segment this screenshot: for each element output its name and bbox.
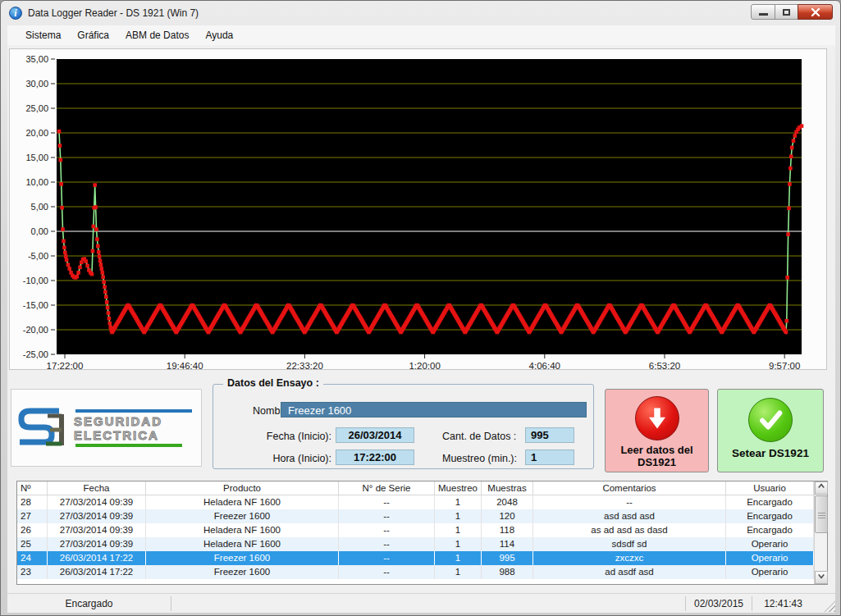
setear-label: Setear DS1921 <box>718 447 823 459</box>
table-cell[interactable]: 2048 <box>482 495 533 509</box>
table-cell[interactable]: Encargado <box>726 523 814 537</box>
menu-item-ayuda[interactable]: Ayuda <box>197 27 241 43</box>
table-row[interactable]: 2426/03/2014 17:22Freezer 1600--1995zxcz… <box>17 551 814 565</box>
company-logo: SEGURIDAD ELECTRICA <box>11 389 202 467</box>
table-cell[interactable]: 114 <box>482 537 533 551</box>
hora-field[interactable]: 17:22:00 <box>336 449 414 465</box>
table-cell[interactable]: -- <box>339 523 435 537</box>
y-axis-label: 5,00 <box>31 202 48 212</box>
table-cell[interactable]: Operario <box>726 537 814 551</box>
x-axis-label: 1:20:00 <box>409 361 440 369</box>
table-cell[interactable]: 23 <box>17 565 48 579</box>
column-header-usuario[interactable]: Usuario <box>726 481 814 495</box>
table-scrollbar[interactable] <box>814 481 827 584</box>
muestreo-label: Muestreo (min.): <box>442 453 524 464</box>
table-cell[interactable]: 1 <box>435 537 482 551</box>
table-cell[interactable]: 26/03/2014 17:22 <box>48 565 146 579</box>
table-cell[interactable]: -- <box>533 495 726 509</box>
table-cell[interactable]: Heladera NF 1600 <box>146 495 339 509</box>
table-cell[interactable]: 27/03/2014 09:39 <box>48 495 146 509</box>
x-axis-label: 9:57:00 <box>769 361 800 369</box>
table-cell[interactable]: asd asd asd <box>533 509 726 523</box>
table-cell[interactable]: 27 <box>17 509 48 523</box>
resize-grip[interactable] <box>824 600 835 612</box>
table-cell[interactable]: -- <box>339 495 435 509</box>
menu-bar: SistemaGráficaABM de DatosAyuda <box>7 25 835 45</box>
table-cell[interactable]: sdsdf sd <box>533 537 726 551</box>
table-row[interactable]: 2827/03/2014 09:39Heladera NF 1600--1204… <box>17 495 814 509</box>
table-cell[interactable]: 27/03/2014 09:39 <box>48 537 146 551</box>
table-cell[interactable]: -- <box>339 509 435 523</box>
table-cell[interactable]: 28 <box>17 495 48 509</box>
table-cell[interactable]: Encargado <box>726 509 814 523</box>
y-axis-label: 30,00 <box>25 79 48 89</box>
scrollbar-grip <box>818 513 825 513</box>
fecha-label: Fecha (Inicio): <box>248 431 331 442</box>
setear-button[interactable]: Setear DS1921 <box>717 389 824 472</box>
table-row[interactable]: 2527/03/2014 09:39Heladera NF 1600--1114… <box>17 537 814 551</box>
muestreo-field[interactable]: 1 <box>525 449 574 465</box>
scroll-down-button[interactable] <box>815 571 828 584</box>
column-header-n-[interactable]: Nº <box>17 481 48 495</box>
table-cell[interactable]: 26 <box>17 523 48 537</box>
title-bar[interactable]: i Data Logger Reader - DS 1921 (Win 7) <box>1 1 840 25</box>
column-header-muestreo[interactable]: Muestreo <box>435 481 482 495</box>
table-cell[interactable]: as ad asd as dasd <box>533 523 726 537</box>
menu-item-gráfica[interactable]: Gráfica <box>69 27 117 43</box>
table-row[interactable]: 2727/03/2014 09:39Freezer 1600--1120asd … <box>17 509 814 523</box>
client-area: 35,0030,0025,0020,0015,0010,005,000,00-5… <box>7 45 835 613</box>
table-cell[interactable]: 1 <box>435 509 482 523</box>
table-cell[interactable]: 1 <box>435 495 482 509</box>
scrollbar-thumb[interactable] <box>815 495 828 533</box>
table-cell[interactable]: 995 <box>482 551 533 565</box>
table-cell[interactable]: Freezer 1600 <box>146 565 339 579</box>
table-cell[interactable]: Operario <box>726 565 814 579</box>
maximize-button[interactable] <box>775 4 798 20</box>
cant-datos-label: Cant. de Datos : <box>442 431 524 442</box>
column-header-n-de-serie[interactable]: N° de Serie <box>339 481 435 495</box>
table-cell[interactable]: Heladera NF 1600 <box>146 537 339 551</box>
table-cell[interactable]: 1 <box>435 523 482 537</box>
table-cell[interactable]: -- <box>339 565 435 579</box>
leer-datos-button[interactable]: Leer datos del DS1921 <box>605 389 709 472</box>
table-cell[interactable]: 24 <box>17 551 48 565</box>
table-cell[interactable]: 1 <box>435 551 482 565</box>
menu-item-sistema[interactable]: Sistema <box>17 27 69 43</box>
x-axis-label: 6:53:20 <box>649 361 680 369</box>
y-axis-label: 15,00 <box>25 153 48 162</box>
table-cell[interactable]: ad asdf asd <box>533 565 726 579</box>
table-cell[interactable]: 26/03/2014 17:22 <box>48 551 146 565</box>
table-cell[interactable]: -- <box>339 551 435 565</box>
table-cell[interactable]: zxczxc <box>533 551 726 565</box>
table-cell[interactable]: Freezer 1600 <box>146 551 339 565</box>
table-cell[interactable]: Heladera NF 1600 <box>146 523 339 537</box>
menu-item-abm-de-datos[interactable]: ABM de Datos <box>117 27 197 43</box>
column-header-fecha[interactable]: Fecha <box>48 481 146 495</box>
x-axis-label: 17:22:00 <box>47 361 84 369</box>
column-header-comentarios[interactable]: Comentarios <box>533 481 726 495</box>
y-axis-label: -20,00 <box>23 325 48 335</box>
fecha-field[interactable]: 26/03/2014 <box>336 427 414 443</box>
table-cell[interactable]: Encargado <box>726 495 814 509</box>
table-cell[interactable]: -- <box>339 537 435 551</box>
table-cell[interactable]: 118 <box>482 523 533 537</box>
table-cell[interactable]: Operario <box>726 551 814 565</box>
column-header-producto[interactable]: Producto <box>146 481 339 495</box>
minimize-button[interactable] <box>751 4 775 20</box>
table-cell[interactable]: 27/03/2014 09:39 <box>48 509 146 523</box>
table-cell[interactable]: Freezer 1600 <box>146 509 339 523</box>
y-axis-label: 0,00 <box>31 226 48 236</box>
table-cell[interactable]: 27/03/2014 09:39 <box>48 523 146 537</box>
nombre-field[interactable]: Freezer 1600 <box>281 402 587 418</box>
table-cell[interactable]: 1 <box>435 565 482 579</box>
table-cell[interactable]: 120 <box>482 509 533 523</box>
table-cell[interactable]: 25 <box>17 537 48 551</box>
cant-datos-field[interactable]: 995 <box>525 427 574 443</box>
table-cell[interactable]: 988 <box>482 565 533 579</box>
table-row[interactable]: 2326/03/2014 17:22Freezer 1600--1988ad a… <box>17 565 814 579</box>
column-header-muestras[interactable]: Muestras <box>482 481 533 495</box>
close-button[interactable] <box>798 4 833 20</box>
scroll-up-button[interactable] <box>815 481 828 495</box>
status-bar: Encargado 02/03/2015 12:41:43 <box>7 593 835 613</box>
table-row[interactable]: 2627/03/2014 09:39Heladera NF 1600--1118… <box>17 523 814 537</box>
